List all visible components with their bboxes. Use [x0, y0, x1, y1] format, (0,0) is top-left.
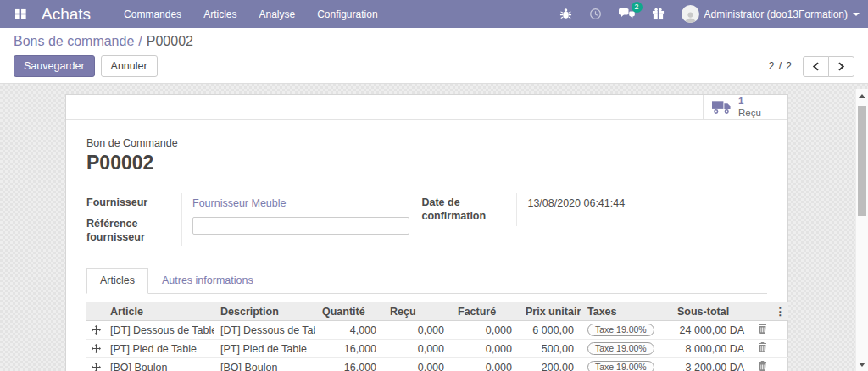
tax-tag[interactable]: Taxe 19.00% [587, 361, 654, 371]
activities-button[interactable] [581, 8, 610, 20]
table-header-row: Article Description Quantité Reçu Factur… [86, 302, 788, 321]
messages-count-badge: 2 [632, 2, 643, 13]
delete-line-button[interactable] [758, 342, 767, 352]
col-article[interactable]: Article [103, 302, 214, 321]
cell-description[interactable]: [PT] Pied de Table [214, 340, 315, 358]
menu-articles[interactable]: Articles [192, 0, 248, 28]
col-facture[interactable]: Facturé [451, 302, 519, 321]
order-lines-table: Article Description Quantité Reçu Factur… [86, 302, 788, 371]
col-prix-unitaire[interactable]: Prix unitaire [519, 302, 581, 321]
cell-sous-total[interactable]: 24 000,00 DA [670, 321, 751, 340]
delete-line-button[interactable] [758, 324, 767, 334]
bug-icon [559, 8, 572, 20]
cell-recu[interactable]: 0,000 [383, 340, 451, 358]
breadcrumb: Bons de commande/P00002 [14, 32, 854, 51]
tab-articles[interactable]: Articles [86, 268, 148, 294]
cell-quantite[interactable]: 4,000 [315, 321, 383, 340]
control-panel: Bons de commande/P00002 Sauvegarder Annu… [0, 28, 868, 84]
drag-handle[interactable] [86, 358, 103, 371]
cell-prix-unitaire[interactable]: 200,00 [519, 358, 581, 371]
cancel-button[interactable]: Annuler [101, 55, 158, 77]
pager-value: 2 / 2 [769, 60, 793, 72]
pager-previous-button[interactable] [803, 56, 829, 77]
move-icon [92, 325, 102, 335]
receipts-label: Reçu [738, 108, 761, 119]
triangle-up-icon [859, 94, 865, 98]
pager-next-button[interactable] [828, 56, 854, 77]
fournisseur-value-link[interactable]: Fournisseur Meuble [192, 197, 286, 209]
triangle-down-icon [859, 363, 865, 367]
chevron-left-icon [812, 62, 820, 71]
receipts-stat-button[interactable]: 1 Reçu [703, 95, 787, 119]
app-brand[interactable]: Achats [42, 5, 91, 24]
cell-taxes[interactable]: Taxe 19.00% [581, 358, 670, 371]
breadcrumb-current: P00002 [147, 34, 193, 48]
delete-line-button[interactable] [758, 361, 767, 371]
gifts-button[interactable] [643, 8, 673, 20]
clock-icon [589, 8, 602, 20]
tax-tag[interactable]: Taxe 19.00% [587, 324, 654, 336]
move-icon [92, 344, 102, 353]
cell-facture[interactable]: 0,000 [451, 321, 519, 340]
debug-button[interactable] [551, 8, 581, 20]
main-menu: Commandes Articles Analyse Configuration [113, 0, 388, 28]
scrollbar-thumb[interactable] [858, 106, 866, 216]
top-navbar: Achats Commandes Articles Analyse Config… [0, 0, 868, 28]
cell-sous-total[interactable]: 8 000,00 DA [670, 340, 751, 358]
cell-article[interactable]: [PT] Pied de Table [103, 340, 214, 358]
order-line-row: [PT] Pied de Table [PT] Pied de Table 16… [86, 340, 788, 358]
drag-handle[interactable] [86, 321, 103, 340]
chevron-down-icon [853, 13, 860, 16]
menu-analyse[interactable]: Analyse [248, 0, 306, 28]
cell-description[interactable]: [DT] Dessous de Table [214, 321, 315, 340]
apps-menu-button[interactable] [8, 8, 33, 19]
date-confirmation-label: Date de confirmation [421, 193, 516, 226]
cell-description[interactable]: [BO] Boulon [214, 358, 315, 371]
doc-type-label: Bon de Commande [86, 137, 767, 149]
cell-taxes[interactable]: Taxe 19.00% [581, 321, 670, 340]
chevron-right-icon [837, 62, 845, 71]
cell-facture[interactable]: 0,000 [451, 340, 519, 358]
move-icon [92, 363, 102, 371]
cell-recu[interactable]: 0,000 [383, 321, 451, 340]
menu-commandes[interactable]: Commandes [113, 0, 192, 28]
vertical-scrollbar[interactable] [855, 89, 868, 371]
cell-prix-unitaire[interactable]: 6 000,00 [519, 321, 581, 340]
cell-article[interactable]: [BO] Boulon [103, 358, 214, 371]
reference-fournisseur-input[interactable] [192, 217, 409, 235]
scroll-down-button[interactable] [856, 359, 868, 369]
user-menu[interactable]: Administrator (doo13Formation) [682, 5, 860, 23]
tab-autres-informations[interactable]: Autres informations [148, 268, 267, 294]
doc-name: P00002 [86, 152, 767, 174]
col-recu[interactable]: Reçu [383, 302, 451, 321]
drag-handle[interactable] [86, 340, 103, 358]
col-description[interactable]: Description [214, 302, 315, 321]
breadcrumb-separator: / [138, 34, 142, 48]
date-confirmation-value[interactable]: 13/08/2020 06:41:44 [516, 193, 767, 226]
order-lines-body: [DT] Dessous de Table [DT] Dessous de Ta… [86, 321, 788, 371]
cell-prix-unitaire[interactable]: 500,00 [519, 340, 581, 358]
pager: 2 / 2 [769, 56, 854, 77]
stat-button-bar: 1 Reçu [66, 95, 787, 120]
cell-quantite[interactable]: 16,000 [315, 358, 383, 371]
toggle-columns-button[interactable]: ⋮ [773, 302, 788, 321]
messages-button[interactable]: 2 [610, 8, 643, 20]
cell-quantite[interactable]: 16,000 [315, 340, 383, 358]
cell-facture[interactable]: 0,000 [451, 358, 519, 371]
menu-configuration[interactable]: Configuration [306, 0, 388, 28]
scroll-up-button[interactable] [856, 91, 868, 101]
gift-icon [652, 8, 665, 20]
save-button[interactable]: Sauvegarder [14, 55, 95, 77]
cell-article[interactable]: [DT] Dessous de Table [103, 321, 214, 340]
avatar [682, 5, 699, 23]
col-sous-total[interactable]: Sous-total [670, 302, 751, 321]
order-line-row: [BO] Boulon [BO] Boulon 16,000 0,000 0,0… [86, 358, 788, 371]
cell-taxes[interactable]: Taxe 19.00% [581, 340, 670, 358]
cell-sous-total[interactable]: 3 200,00 DA [670, 358, 751, 371]
col-quantite[interactable]: Quantité [315, 302, 383, 321]
tax-tag[interactable]: Taxe 19.00% [587, 342, 654, 355]
cell-recu[interactable]: 0,000 [383, 358, 451, 371]
col-taxes[interactable]: Taxes [581, 302, 670, 321]
breadcrumb-parent-link[interactable]: Bons de commande [14, 34, 134, 48]
reference-fournisseur-label: Référence fournisseur [86, 214, 181, 247]
